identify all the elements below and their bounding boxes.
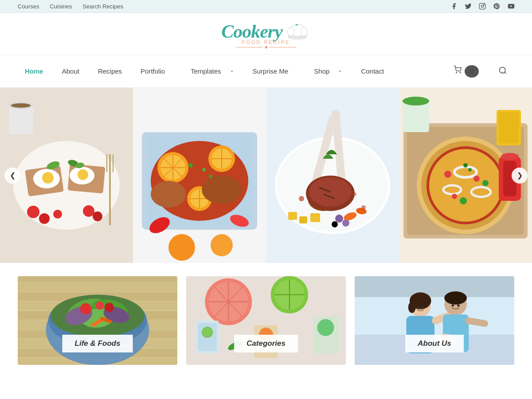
svg-point-176: [452, 304, 454, 306]
svg-point-177: [457, 304, 459, 306]
svg-rect-105: [403, 101, 429, 132]
templates-dropdown-icon: [230, 69, 234, 74]
svg-point-165: [408, 302, 416, 313]
svg-rect-113: [18, 283, 177, 291]
logo-text: Cookery: [221, 21, 282, 42]
top-nav-cuisines[interactable]: Cuisines: [50, 3, 72, 10]
svg-rect-104: [499, 112, 519, 143]
chef-hat-icon: [284, 22, 311, 41]
svg-rect-77: [310, 213, 320, 222]
svg-point-62: [168, 234, 195, 261]
hero-gallery: ❮: [0, 88, 532, 263]
shop-dropdown-icon: [338, 69, 342, 74]
svg-rect-75: [288, 212, 297, 220]
logo-area: Cookery FOOD RECIPE: [0, 13, 532, 55]
category-card-categories[interactable]: Categories: [186, 276, 346, 365]
svg-point-12: [500, 67, 505, 73]
svg-point-19: [42, 172, 54, 184]
top-nav-courses[interactable]: Courses: [18, 3, 39, 10]
next-arrow[interactable]: ❯: [512, 168, 528, 184]
facebook-icon[interactable]: [450, 3, 458, 10]
svg-rect-76: [299, 216, 307, 223]
svg-point-59: [188, 163, 193, 168]
svg-point-130: [80, 303, 91, 314]
cart-button[interactable]: 0: [446, 59, 486, 84]
svg-point-21: [78, 169, 88, 180]
svg-point-23: [39, 213, 50, 224]
svg-point-132: [96, 301, 104, 310]
svg-point-169: [444, 291, 467, 305]
category-card-about-us[interactable]: About Us: [355, 276, 514, 365]
nav-about[interactable]: About: [55, 61, 86, 81]
svg-point-96: [444, 171, 451, 178]
pinterest-icon[interactable]: [493, 3, 500, 10]
category-label-life-foods: Life & Foods: [63, 335, 133, 352]
svg-point-84: [361, 205, 366, 210]
svg-point-149: [203, 329, 211, 336]
svg-point-11: [460, 72, 461, 73]
svg-point-25: [83, 205, 94, 217]
svg-rect-0: [479, 3, 485, 9]
top-nav: Courses Cuisines Search Recipes: [18, 3, 123, 10]
svg-point-63: [211, 234, 233, 256]
category-label-categories: Categories: [234, 335, 298, 352]
svg-point-92: [429, 149, 502, 222]
svg-point-99: [482, 180, 489, 186]
svg-point-2: [484, 4, 484, 5]
svg-rect-112: [18, 276, 177, 282]
search-icon: [498, 66, 507, 75]
twitter-icon[interactable]: [465, 3, 472, 10]
cart-icon: [453, 66, 462, 74]
svg-point-101: [463, 163, 468, 168]
svg-point-81: [342, 219, 349, 227]
svg-point-26: [93, 211, 102, 221]
main-nav: Home About Recipes Portfolio Templates S…: [0, 55, 532, 88]
svg-point-55: [151, 181, 186, 207]
svg-point-109: [501, 153, 519, 160]
svg-point-80: [335, 215, 343, 223]
svg-point-22: [27, 206, 39, 218]
svg-rect-30: [9, 106, 33, 134]
logo-inline: Cookery: [221, 21, 311, 42]
youtube-icon[interactable]: [507, 3, 514, 10]
svg-point-24: [53, 210, 62, 219]
svg-rect-162: [355, 276, 514, 297]
svg-point-60: [202, 168, 206, 172]
svg-point-9: [296, 24, 297, 25]
nav-templates[interactable]: Templates: [176, 55, 241, 87]
svg-point-97: [473, 176, 480, 182]
nav-contact[interactable]: Contact: [354, 61, 391, 81]
svg-point-7: [287, 27, 294, 36]
nav-icons: 0: [446, 59, 514, 84]
prev-arrow[interactable]: ❮: [4, 168, 20, 184]
top-nav-search-recipes[interactable]: Search Recipes: [82, 3, 123, 10]
nav-recipes[interactable]: Recipes: [91, 61, 129, 81]
svg-point-61: [209, 175, 212, 178]
svg-point-106: [403, 97, 429, 106]
category-card-life-foods[interactable]: Life & Foods: [18, 276, 177, 365]
nav-portfolio[interactable]: Portfolio: [133, 61, 172, 81]
nav-surprise-me[interactable]: Surprise Me: [246, 61, 296, 81]
search-button[interactable]: [491, 60, 514, 82]
svg-point-83: [299, 196, 304, 201]
svg-point-10: [456, 72, 457, 73]
svg-point-153: [317, 319, 334, 336]
svg-point-1: [481, 5, 483, 7]
category-section: Life & Foods: [0, 263, 532, 378]
logo-wrapper: Cookery FOOD RECIPE: [221, 21, 311, 48]
svg-point-100: [452, 194, 457, 199]
svg-point-174: [417, 306, 419, 308]
hero-slide-2: [133, 88, 266, 263]
top-bar: Courses Cuisines Search Recipes: [0, 0, 532, 13]
svg-point-102: [468, 168, 472, 172]
svg-point-85: [353, 192, 356, 196]
nav-home[interactable]: Home: [18, 61, 51, 81]
nav-shop[interactable]: Shop: [300, 55, 349, 87]
svg-point-98: [460, 197, 467, 204]
svg-point-8: [301, 27, 307, 36]
cart-count: 0: [465, 65, 479, 78]
svg-point-32: [11, 103, 31, 108]
svg-point-175: [422, 306, 423, 308]
svg-point-131: [105, 303, 114, 312]
instagram-icon[interactable]: [479, 3, 486, 10]
